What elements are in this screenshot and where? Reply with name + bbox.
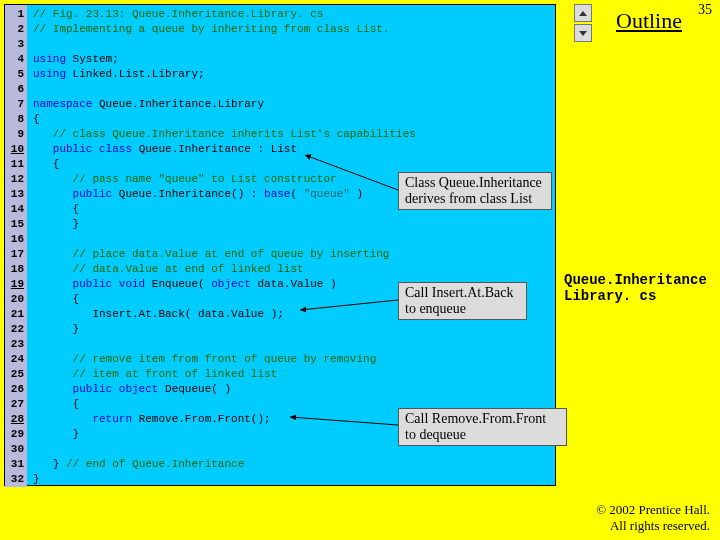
line-number: 11 — [5, 157, 27, 172]
callout-enqueue: Call Insert.At.Back to enqueue — [398, 282, 527, 320]
line-number: 4 — [5, 52, 27, 67]
code-line: namespace Queue.Inheritance.Library — [33, 97, 416, 112]
code-line: using System; — [33, 52, 416, 67]
code-line — [33, 82, 416, 97]
line-number: 8 — [5, 112, 27, 127]
scroll-down-icon[interactable] — [574, 24, 592, 42]
callout-inheritance: Class Queue.Inheritance derives from cla… — [398, 172, 552, 210]
code-line: public Queue.Inheritance() : base( "queu… — [33, 187, 416, 202]
code-line: // class Queue.Inheritance inherits List… — [33, 127, 416, 142]
line-number: 7 — [5, 97, 27, 112]
line-number: 2 — [5, 22, 27, 37]
code-line: } — [33, 217, 416, 232]
line-number-gutter: 1234567891011121314151617181920212223242… — [5, 5, 27, 487]
line-number: 32 — [5, 472, 27, 487]
code-line: } — [33, 472, 416, 487]
code-line: public object Dequeue( ) — [33, 382, 416, 397]
code-line: public void Enqueue( object data.Value ) — [33, 277, 416, 292]
code-line: } — [33, 322, 416, 337]
code-line: // data.Value at end of linked list — [33, 262, 416, 277]
line-number: 26 — [5, 382, 27, 397]
code-line: using Linked.List.Library; — [33, 67, 416, 82]
line-number: 13 — [5, 187, 27, 202]
outline-heading: Outline — [616, 8, 682, 34]
line-number: 24 — [5, 352, 27, 367]
code-line: Insert.At.Back( data.Value ); — [33, 307, 416, 322]
line-number: 25 — [5, 367, 27, 382]
code-line: // Implementing a queue by inheriting fr… — [33, 22, 416, 37]
line-number: 3 — [5, 37, 27, 52]
line-number: 21 — [5, 307, 27, 322]
code-line — [33, 337, 416, 352]
line-number: 22 — [5, 322, 27, 337]
code-line: { — [33, 157, 416, 172]
line-number: 19 — [5, 277, 27, 292]
line-number: 16 — [5, 232, 27, 247]
line-number: 29 — [5, 427, 27, 442]
line-number: 18 — [5, 262, 27, 277]
code-line — [33, 37, 416, 52]
line-number: 27 — [5, 397, 27, 412]
line-number: 28 — [5, 412, 27, 427]
line-number: 1 — [5, 7, 27, 22]
line-number: 31 — [5, 457, 27, 472]
code-line: // pass name "queue" to List constructor — [33, 172, 416, 187]
code-line: // place data.Value at end of queue by i… — [33, 247, 416, 262]
code-line: { — [33, 397, 416, 412]
filename-label: Queue.Inheritance Library. cs — [564, 272, 707, 304]
line-number: 23 — [5, 337, 27, 352]
line-number: 30 — [5, 442, 27, 457]
code-line: // item at front of linked list — [33, 367, 416, 382]
line-number: 20 — [5, 292, 27, 307]
code-line: // remove item from front of queue by re… — [33, 352, 416, 367]
code-listing: // Fig. 23.13: Queue.Inheritance.Library… — [33, 7, 416, 487]
slide: 1234567891011121314151617181920212223242… — [0, 0, 720, 540]
code-line — [33, 442, 416, 457]
code-line: // Fig. 23.13: Queue.Inheritance.Library… — [33, 7, 416, 22]
code-line: } // end of Queue.Inheritance — [33, 457, 416, 472]
copyright: © 2002 Prentice Hall. All rights reserve… — [596, 502, 710, 534]
line-number: 17 — [5, 247, 27, 262]
code-line: { — [33, 202, 416, 217]
line-number: 9 — [5, 127, 27, 142]
code-line: { — [33, 112, 416, 127]
code-line: { — [33, 292, 416, 307]
code-line: return Remove.From.Front(); — [33, 412, 416, 427]
line-number: 10 — [5, 142, 27, 157]
line-number: 6 — [5, 82, 27, 97]
code-line: } — [33, 427, 416, 442]
callout-dequeue: Call Remove.From.Front to dequeue — [398, 408, 567, 446]
code-line: public class Queue.Inheritance : List — [33, 142, 416, 157]
line-number: 12 — [5, 172, 27, 187]
scroll-up-icon[interactable] — [574, 4, 592, 22]
line-number: 14 — [5, 202, 27, 217]
line-number: 5 — [5, 67, 27, 82]
page-number: 35 — [698, 2, 712, 18]
line-number: 15 — [5, 217, 27, 232]
code-line — [33, 232, 416, 247]
